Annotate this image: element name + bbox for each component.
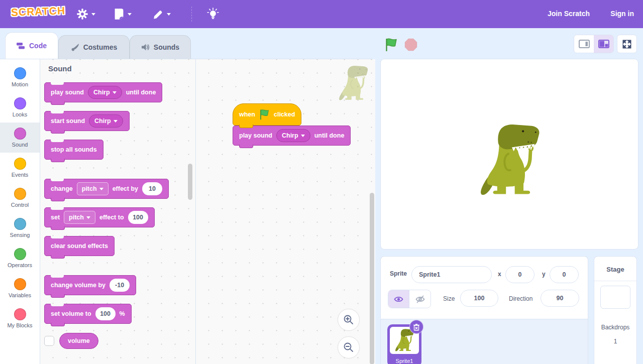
- backdrop-thumbnail[interactable]: [600, 286, 630, 309]
- sprite-label: Sprite: [390, 270, 407, 277]
- sensing-dot-icon: [14, 218, 26, 230]
- stop-button[interactable]: [404, 38, 417, 51]
- events-dot-icon: [14, 158, 26, 170]
- block-play-sound-until-done[interactable]: play sound Chirp until done: [44, 82, 162, 102]
- chevron-down-icon: [128, 13, 132, 16]
- sprite-name-input[interactable]: [411, 266, 492, 283]
- script-workspace[interactable]: when clicked play sound Chirp until done: [196, 59, 375, 364]
- effect-value-input[interactable]: 100: [128, 211, 148, 224]
- sprite-thumbnail-selected[interactable]: Sprite1: [387, 324, 421, 364]
- block-set-volume[interactable]: set volume to 100 %: [44, 304, 132, 324]
- x-input[interactable]: [505, 266, 534, 283]
- effect-value-input[interactable]: 10: [142, 182, 162, 195]
- category-events[interactable]: Events: [0, 153, 40, 183]
- dinosaur-sprite[interactable]: [478, 123, 541, 200]
- hide-button[interactable]: [409, 290, 431, 308]
- chevron-down-icon: [86, 216, 90, 219]
- y-input[interactable]: [550, 266, 579, 283]
- effect-dropdown[interactable]: pitch: [64, 211, 95, 224]
- small-stage-icon: [579, 40, 590, 48]
- category-sound[interactable]: Sound: [0, 123, 40, 153]
- category-sensing[interactable]: Sensing: [0, 213, 40, 243]
- navbar-divider: [191, 7, 192, 22]
- fullscreen-icon: [622, 40, 631, 49]
- lightbulb-icon: [207, 8, 219, 21]
- small-stage-button[interactable]: [574, 35, 594, 53]
- divider: [594, 281, 636, 281]
- workspace-scrollbar[interactable]: [370, 193, 374, 364]
- category-variables[interactable]: Variables: [0, 273, 40, 303]
- stage[interactable]: [380, 59, 638, 250]
- block-change-effect[interactable]: change pitch effect by 10: [44, 179, 169, 199]
- block-change-volume[interactable]: change volume by -10: [44, 275, 136, 295]
- zoom-in-button[interactable]: [338, 309, 360, 331]
- fullscreen-button[interactable]: [617, 35, 637, 53]
- code-editor-panel: Motion Looks Sound Events Control Sensin…: [0, 59, 375, 364]
- sound-dropdown[interactable]: Chirp: [276, 129, 310, 142]
- zoom-in-icon: [343, 314, 354, 325]
- x-label: x: [498, 271, 501, 278]
- direction-label: Direction: [509, 295, 532, 302]
- block-clear-sound-effects[interactable]: clear sound effects: [44, 236, 115, 256]
- large-stage-icon: [598, 40, 609, 48]
- looks-dot-icon: [14, 97, 26, 109]
- pencil-icon: [153, 9, 164, 20]
- language-menu[interactable]: [76, 7, 95, 21]
- volume-value-input[interactable]: -10: [110, 279, 130, 292]
- zoom-out-button[interactable]: [338, 336, 360, 358]
- show-button[interactable]: [388, 290, 409, 308]
- stage-size-toggle: [574, 35, 614, 53]
- volume-monitor-checkbox[interactable]: [44, 336, 54, 346]
- category-control[interactable]: Control: [0, 183, 40, 213]
- category-motion[interactable]: Motion: [0, 62, 40, 92]
- zoom-out-icon: [343, 342, 354, 353]
- block-when-flag-clicked[interactable]: when clicked: [233, 103, 301, 126]
- chevron-down-icon: [301, 135, 305, 137]
- effect-dropdown[interactable]: pitch: [77, 182, 109, 195]
- tab-sounds[interactable]: Sounds: [130, 35, 191, 59]
- join-scratch-link[interactable]: Join Scratch: [548, 10, 590, 18]
- palette-scrollbar[interactable]: [188, 164, 192, 200]
- category-my-blocks[interactable]: My Blocks: [0, 303, 40, 333]
- block-start-sound[interactable]: start sound Chirp: [44, 111, 130, 131]
- tab-costumes[interactable]: Costumes: [58, 35, 130, 59]
- brush-icon: [71, 43, 79, 52]
- backdrops-label: Backdrops: [594, 324, 636, 331]
- block-play-sound-until-done-script[interactable]: play sound Chirp until done: [233, 126, 351, 146]
- sprite-thumbnail-name: Sprite1: [387, 358, 421, 364]
- green-flag-button[interactable]: [385, 38, 398, 52]
- navbar: SCRATCH: [0, 0, 643, 28]
- eye-visible-icon: [394, 296, 403, 303]
- size-input[interactable]: [460, 290, 498, 307]
- y-label: y: [542, 271, 546, 278]
- sprite-list: Sprite1: [381, 319, 588, 364]
- block-volume-reporter[interactable]: volume: [59, 333, 98, 349]
- block-stop-all-sounds[interactable]: stop all sounds: [44, 140, 103, 160]
- block-set-effect[interactable]: set pitch effect to 100: [44, 207, 155, 227]
- edit-menu[interactable]: [153, 7, 171, 21]
- volume-value-input[interactable]: 100: [95, 307, 116, 320]
- tutorials-button[interactable]: [207, 7, 219, 21]
- category-sidebar: Motion Looks Sound Events Control Sensin…: [0, 59, 40, 364]
- sound-dropdown[interactable]: Chirp: [88, 86, 122, 99]
- scratch-logo[interactable]: SCRATCH: [11, 5, 66, 19]
- palette-header: Sound: [48, 64, 72, 73]
- operators-dot-icon: [14, 248, 26, 260]
- sprite-name-row: Sprite: [390, 270, 407, 277]
- delete-sprite-button[interactable]: [409, 320, 423, 334]
- sprite-watermark: [338, 65, 369, 103]
- chevron-down-icon: [91, 13, 95, 16]
- direction-input[interactable]: [541, 290, 579, 307]
- large-stage-button[interactable]: [594, 35, 613, 53]
- category-looks[interactable]: Looks: [0, 92, 40, 123]
- green-flag-icon: [259, 109, 270, 120]
- backdrops-count: 1: [594, 338, 636, 345]
- stage-selector-panel[interactable]: Stage Backdrops 1: [594, 256, 637, 364]
- variables-dot-icon: [14, 278, 26, 290]
- sound-dropdown[interactable]: Chirp: [89, 114, 123, 128]
- sign-in-link[interactable]: Sign in: [610, 10, 634, 18]
- tab-code[interactable]: Code: [5, 32, 58, 59]
- category-operators[interactable]: Operators: [0, 243, 40, 273]
- file-menu[interactable]: [114, 7, 132, 21]
- visibility-toggle: [388, 290, 431, 308]
